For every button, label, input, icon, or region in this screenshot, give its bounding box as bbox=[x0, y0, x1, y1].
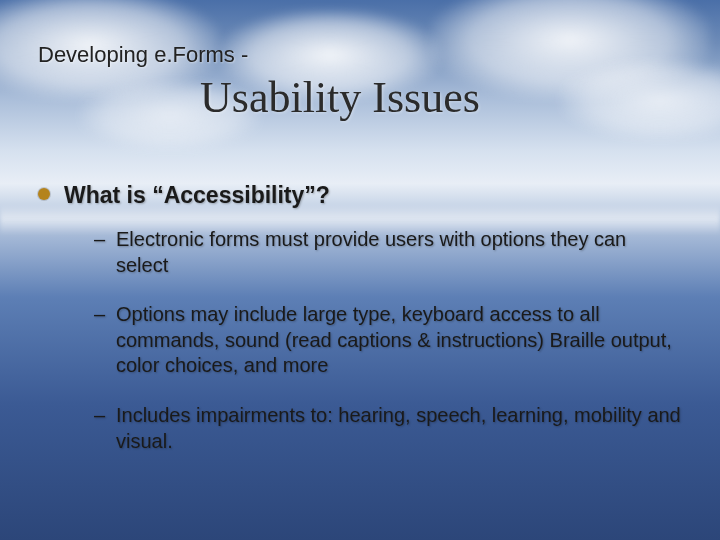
bullet-level2: – Electronic forms must provide users wi… bbox=[94, 227, 682, 278]
bullet-level2: – Options may include large type, keyboa… bbox=[94, 302, 682, 379]
bullet-dash-icon: – bbox=[94, 227, 112, 253]
bullet-dash-icon: – bbox=[94, 302, 112, 328]
bullet-dot-icon bbox=[38, 188, 50, 200]
bullet-item-text: Options may include large type, keyboard… bbox=[116, 302, 682, 379]
bullet-heading: What is “Accessibility”? bbox=[64, 182, 330, 209]
cloud-decoration bbox=[560, 60, 720, 140]
bullet-level2: – Includes impairments to: hearing, spee… bbox=[94, 403, 682, 454]
bullet-level1: What is “Accessibility”? bbox=[38, 182, 682, 209]
bullet-dash-icon: – bbox=[94, 403, 112, 429]
bullet-item-text: Includes impairments to: hearing, speech… bbox=[116, 403, 682, 454]
bullet-item-text: Electronic forms must provide users with… bbox=[116, 227, 682, 278]
slide-supertitle: Developing e.Forms - bbox=[38, 42, 248, 68]
slide-title: Usability Issues bbox=[200, 72, 480, 123]
slide-body: What is “Accessibility”? – Electronic fo… bbox=[38, 182, 682, 478]
slide: Developing e.Forms - Usability Issues Wh… bbox=[0, 0, 720, 540]
